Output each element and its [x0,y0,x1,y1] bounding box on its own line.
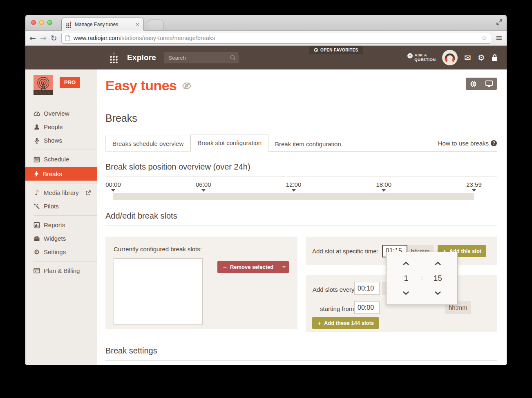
hidden-eye-icon[interactable] [182,82,192,89]
sidebar: PRO Overview People [25,69,97,365]
browser-menu-icon[interactable]: ≡ [495,33,503,43]
player-page-button[interactable] [481,78,497,90]
page-icon [65,35,70,41]
sidebar-item-media-library[interactable]: ♪ Media library [25,186,97,199]
remove-selected-label: Remove selected [230,264,273,270]
tab-break-item-configuration[interactable]: Break item configuration [268,136,348,152]
remove-selected-button[interactable]: − Remove selected [217,261,289,273]
timeline-bar [113,193,474,200]
credit-card-icon [34,268,40,273]
sidebar-item-label: Shows [44,137,62,144]
ask-a-question-button[interactable]: ? ASK A QUESTION [407,53,436,62]
main-content: Easy tunes [97,69,507,365]
divider [34,261,97,262]
lightning-icon [34,171,39,177]
page-heading: Breaks [105,112,497,124]
position-overview-heading: Break slots position overview (over 24h) [105,162,497,177]
minute-up-icon[interactable] [434,262,441,266]
page-title: Easy tunes [105,78,177,94]
tick-marker-icon [382,189,386,192]
how-to-use-breaks-link[interactable]: How to use breaks ? [438,140,497,151]
divider [34,215,97,216]
mail-icon[interactable]: ✉ [464,54,471,62]
reload-button[interactable]: ↻ [51,34,57,42]
public-page-button[interactable] [466,78,481,90]
close-window-button[interactable] [31,20,36,25]
tab-breaks-schedule-overview[interactable]: Breaks schedule overview [105,136,190,152]
globe-icon [470,80,477,87]
configured-slots-listbox[interactable] [114,258,203,325]
picker-hour-value[interactable]: 1 [404,274,408,283]
sidebar-item-schedule[interactable]: Schedule [25,152,97,166]
tick-marker-icon [472,189,476,192]
sidebar-item-shows[interactable]: Shows [25,134,97,147]
view-buttons [466,78,497,90]
hour-down-icon[interactable] [402,291,409,295]
forward-button[interactable]: → [40,34,47,42]
sidebar-item-widgets[interactable]: Widgets [25,232,97,245]
headphones-icon [445,53,455,63]
minimize-window-button[interactable] [39,20,44,25]
sidebar-item-label: Overview [44,110,69,117]
picker-minute-value[interactable]: 15 [434,274,442,283]
sidebar-item-label: Pilots [44,203,59,210]
sidebar-item-people[interactable]: People [25,120,97,134]
timeline-tick: 23:59 [462,181,486,192]
add-these-slots-label: Add these 144 slots [324,320,374,326]
plus-icon: + [317,320,322,326]
sidebar-item-label: Media library [44,189,79,196]
address-bar[interactable]: www.radiojar.com/stations/easy-tunes/man… [61,33,492,44]
user-avatar[interactable] [442,50,458,65]
starting-from-label: starting from [320,305,353,312]
sidebar-item-plan-billing[interactable]: Plan & Billing [25,264,97,277]
interval-input[interactable] [354,282,380,295]
radiojar-logo[interactable] [110,52,118,63]
external-link-icon [85,190,91,196]
station-logo[interactable] [34,75,53,95]
search-input[interactable] [164,52,239,63]
window-controls [31,20,52,25]
add-slots-every-label: Add slots every [313,286,355,293]
browser-tab[interactable]: Manage Easy tunes × [61,18,144,31]
sidebar-item-reports[interactable]: Reports [25,218,97,232]
new-tab-button[interactable] [148,20,163,31]
minute-down-icon[interactable] [434,291,441,295]
starting-from-input[interactable] [354,301,380,314]
remove-dropdown-toggle[interactable] [279,261,289,273]
timeline-tick: 00:00 [101,181,125,192]
tick-marker-icon [111,189,115,192]
sidebar-item-label: People [44,123,63,130]
divider [34,150,97,150]
specific-time-label: Add slot at specific time: [312,248,378,255]
tab-close-icon[interactable]: × [135,21,140,27]
tab-strip: Manage Easy tunes × [25,15,507,31]
sidebar-item-settings[interactable]: ⚙ Settings [25,245,97,259]
pro-badge: PRO [60,77,80,88]
gear-icon[interactable]: ⚙ [478,54,485,62]
sidebar-item-label: Reports [44,221,65,228]
sidebar-item-breaks[interactable]: Breaks [25,167,97,181]
lock-icon[interactable] [492,54,498,61]
music-note-icon: ♪ [34,190,40,196]
tab-break-slot-configuration[interactable]: Break slot configuration [190,134,268,152]
explore-link[interactable]: Explore [127,53,156,62]
url-text: www.radiojar.com/stations/easy-tunes/man… [74,35,478,41]
browser-window: Manage Easy tunes × ← → ↻ www.radiojar.c… [25,15,507,365]
bookmark-star-icon[interactable]: ☆ [481,34,487,42]
hour-up-icon[interactable] [402,262,409,266]
timeline-tick: 18:00 [371,181,396,192]
fullscreen-icon[interactable] [496,19,503,25]
station-block: PRO [25,69,97,101]
settings-gear-icon: ⚙ [34,249,40,255]
open-favorites-button[interactable]: OPEN FAVORITES [309,46,363,54]
tick-marker-icon [292,189,296,192]
dashboard-icon [34,110,40,117]
back-button[interactable]: ← [29,34,36,42]
sidebar-item-overview[interactable]: Overview [25,107,97,120]
zoom-window-button[interactable] [47,20,52,25]
bar-chart-icon [34,222,40,228]
add-these-slots-button[interactable]: + Add these 144 slots [312,317,379,329]
app-top-nav: Explore OPEN FAVORITES ? ASK A QUESTION [25,46,507,69]
question-icon: ? [491,140,497,146]
sidebar-item-pilots[interactable]: Pilots [25,199,97,213]
